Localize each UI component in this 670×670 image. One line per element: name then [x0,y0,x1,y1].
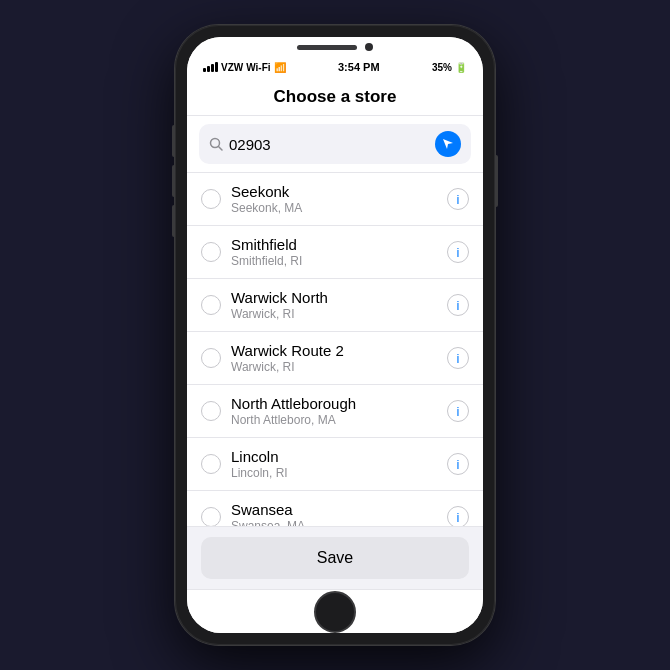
store-info: Warwick Route 2Warwick, RI [231,342,437,374]
search-container: 02903 [187,116,483,173]
location-icon [441,137,455,151]
radio-button[interactable] [201,189,221,209]
info-button[interactable]: i [447,347,469,369]
home-button[interactable] [314,591,356,633]
radio-button[interactable] [201,507,221,526]
store-item[interactable]: North AttleboroughNorth Attleboro, MAi [187,385,483,438]
store-item[interactable]: SeekonkSeekonk, MAi [187,173,483,226]
store-name: Swansea [231,501,437,518]
store-location: Smithfield, RI [231,254,437,268]
wifi-label: Wi-Fi [246,62,270,73]
svg-marker-2 [443,139,453,149]
phone-device: VZW Wi-Fi 📶 3:54 PM 35% 🔋 Choose a store [175,25,495,645]
store-item[interactable]: SwanseaSwansea, MAi [187,491,483,526]
info-button[interactable]: i [447,241,469,263]
phone-top-bar [187,37,483,57]
save-bar: Save [187,526,483,589]
status-battery: 35% 🔋 [432,62,467,73]
store-info: North AttleboroughNorth Attleboro, MA [231,395,437,427]
radio-button[interactable] [201,295,221,315]
battery-icon: 🔋 [455,62,467,73]
page-title: Choose a store [187,77,483,116]
info-button[interactable]: i [447,453,469,475]
search-input[interactable]: 02903 [229,136,429,153]
home-area [187,589,483,633]
radio-button[interactable] [201,348,221,368]
wifi-icon: 📶 [274,62,286,73]
search-icon [209,137,223,151]
info-button[interactable]: i [447,506,469,526]
location-button[interactable] [435,131,461,157]
radio-button[interactable] [201,401,221,421]
save-button[interactable]: Save [201,537,469,579]
status-time: 3:54 PM [338,61,380,73]
info-button[interactable]: i [447,188,469,210]
svg-line-1 [219,147,223,151]
store-name: Seekonk [231,183,437,200]
store-name: Smithfield [231,236,437,253]
signal-icon [203,62,218,72]
store-item[interactable]: LincolnLincoln, RIi [187,438,483,491]
store-name: Warwick North [231,289,437,306]
radio-button[interactable] [201,454,221,474]
store-name: North Attleborough [231,395,437,412]
battery-label: 35% [432,62,452,73]
status-bar: VZW Wi-Fi 📶 3:54 PM 35% 🔋 [187,57,483,77]
speaker [297,45,357,50]
store-list: SeekonkSeekonk, MAiSmithfieldSmithfield,… [187,173,483,526]
store-item[interactable]: Warwick NorthWarwick, RIi [187,279,483,332]
store-name: Lincoln [231,448,437,465]
carrier-label: VZW [221,62,243,73]
store-info: Warwick NorthWarwick, RI [231,289,437,321]
store-item[interactable]: Warwick Route 2Warwick, RIi [187,332,483,385]
store-location: Seekonk, MA [231,201,437,215]
status-carrier: VZW Wi-Fi 📶 [203,62,286,73]
screen-content: Choose a store 02903 [187,77,483,589]
store-info: SwanseaSwansea, MA [231,501,437,526]
camera [365,43,373,51]
store-location: Swansea, MA [231,519,437,526]
store-item[interactable]: SmithfieldSmithfield, RIi [187,226,483,279]
store-info: SeekonkSeekonk, MA [231,183,437,215]
store-location: Warwick, RI [231,360,437,374]
store-location: Warwick, RI [231,307,437,321]
search-box[interactable]: 02903 [199,124,471,164]
store-name: Warwick Route 2 [231,342,437,359]
radio-button[interactable] [201,242,221,262]
store-info: LincolnLincoln, RI [231,448,437,480]
store-location: Lincoln, RI [231,466,437,480]
store-info: SmithfieldSmithfield, RI [231,236,437,268]
info-button[interactable]: i [447,294,469,316]
store-location: North Attleboro, MA [231,413,437,427]
info-button[interactable]: i [447,400,469,422]
